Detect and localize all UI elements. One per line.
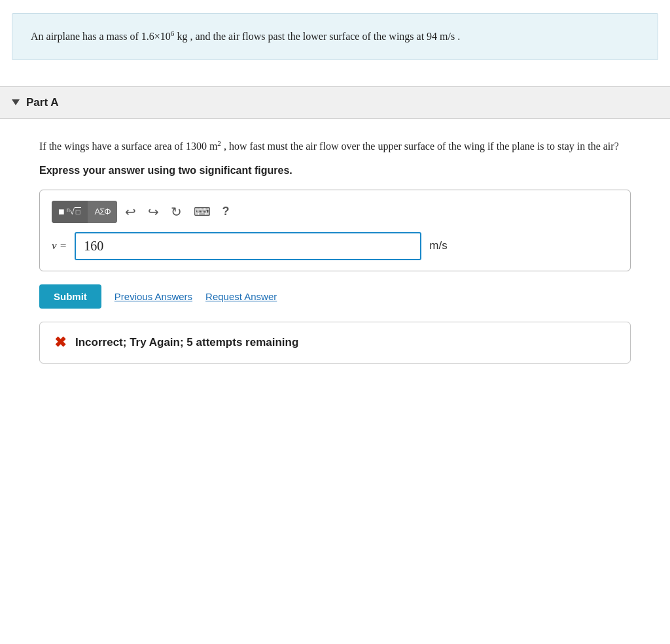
refresh-button[interactable]: ↻ (167, 201, 186, 222)
question-text: If the wings have a surface area of 1300… (39, 137, 631, 156)
action-row: Submit Previous Answers Request Answer (39, 284, 631, 309)
matrix-button[interactable]: ■ n√□ (52, 201, 88, 223)
input-row: v = m/s (52, 232, 618, 260)
answer-box: ■ n√□ ΑΣΦ ↩ ↪ (39, 190, 631, 271)
problem-text: An airplane has a mass of 1.6×106 kg , a… (31, 28, 639, 45)
result-box: ✖ Incorrect; Try Again; 5 attempts remai… (39, 322, 631, 364)
submit-button[interactable]: Submit (39, 284, 101, 309)
question-area: If the wings have a surface area of 1300… (0, 119, 670, 364)
keyboard-button[interactable]: ⌨ (190, 202, 215, 222)
redo-button[interactable]: ↪ (144, 201, 163, 222)
part-a-header[interactable]: Part A (0, 86, 670, 119)
greek-label: ΑΣΦ (94, 207, 110, 216)
previous-answers-button[interactable]: Previous Answers (115, 291, 192, 302)
help-label: ? (222, 205, 230, 218)
greek-button[interactable]: ΑΣΦ (88, 201, 116, 223)
request-answer-button[interactable]: Request Answer (205, 291, 277, 302)
redo-icon: ↪ (148, 204, 159, 220)
problem-box: An airplane has a mass of 1.6×106 kg , a… (12, 13, 658, 60)
matrix-icon: ■ n√□ (58, 206, 81, 218)
part-a-label: Part A (26, 96, 58, 109)
toolbar-btn-group-left: ■ n√□ ΑΣΦ (52, 201, 117, 223)
unit-label: m/s (429, 239, 447, 252)
keyboard-icon: ⌨ (194, 205, 211, 219)
undo-button[interactable]: ↩ (121, 201, 140, 222)
variable-label: v = (52, 239, 67, 252)
math-toolbar: ■ n√□ ΑΣΦ ↩ ↪ (52, 201, 618, 223)
undo-icon: ↩ (125, 204, 136, 220)
answer-input[interactable] (75, 232, 421, 260)
collapse-arrow-icon[interactable] (12, 99, 20, 105)
result-text: Incorrect; Try Again; 5 attempts remaini… (75, 336, 298, 349)
page-container: An airplane has a mass of 1.6×106 kg , a… (0, 13, 670, 644)
help-button[interactable]: ? (219, 202, 234, 221)
error-icon: ✖ (54, 334, 66, 351)
refresh-icon: ↻ (171, 204, 182, 220)
question-emphasis: Express your answer using two significan… (39, 165, 631, 177)
